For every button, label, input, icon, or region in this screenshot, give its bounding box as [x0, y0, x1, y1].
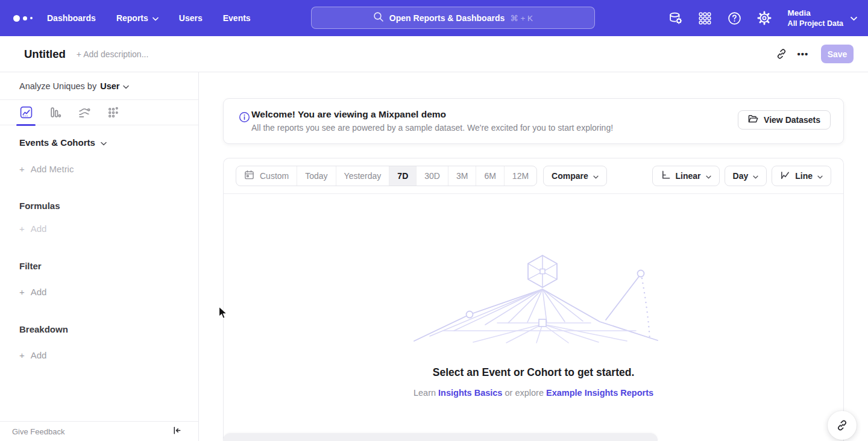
help-icon[interactable]	[728, 11, 742, 25]
range-yesterday[interactable]: Yesterday	[336, 166, 390, 186]
chart-display-controls: Linear Day Line	[652, 166, 831, 186]
save-button[interactable]: Save	[821, 45, 854, 63]
nav-right-cluster: Media All Project Data	[668, 0, 857, 36]
plus-icon: +	[19, 350, 25, 360]
report-controls: Custom Today Yesterday 7D 30D 3M 6M 12M …	[224, 158, 843, 194]
nav-item-events[interactable]: Events	[223, 13, 251, 23]
learn-prefix: Learn	[414, 388, 436, 398]
data-management-icon[interactable]	[668, 11, 683, 25]
banner-title: Welcome! You are viewing a Mixpanel demo	[251, 109, 446, 120]
analyze-value-dropdown[interactable]: User	[100, 81, 119, 91]
tab-bar-chart[interactable]	[48, 100, 61, 125]
tab-dots-grid[interactable]	[106, 100, 119, 125]
report-header-actions: ••• Save	[770, 43, 854, 65]
project-scope: All Project Data	[788, 19, 843, 28]
report-title[interactable]: Untitled	[24, 48, 66, 61]
project-switcher[interactable]: Media All Project Data	[788, 8, 857, 28]
chevron-down-icon	[123, 81, 129, 91]
range-custom[interactable]: Custom	[236, 166, 297, 186]
scale-dropdown[interactable]: Linear	[652, 166, 720, 186]
search-shortcut: ⌘ + K	[510, 13, 533, 23]
chevron-down-icon	[753, 171, 758, 181]
range-3m[interactable]: 3M	[448, 166, 476, 186]
chart-type-tabs	[0, 100, 198, 125]
add-metric-button[interactable]: + Add Metric	[19, 164, 179, 174]
add-breakdown-button[interactable]: + Add	[19, 350, 179, 360]
add-formula-button[interactable]: + Add	[19, 224, 179, 234]
view-datasets-button[interactable]: View Datasets	[738, 110, 831, 130]
chevron-down-icon	[101, 137, 107, 148]
collapse-sidebar-icon[interactable]	[172, 426, 181, 437]
mouse-cursor	[218, 306, 228, 322]
more-options-button[interactable]: •••	[792, 43, 814, 65]
search-placeholder: Open Reports & Dashboards	[389, 13, 505, 23]
chevron-down-icon	[706, 171, 711, 181]
bottom-drawer-handle[interactable]	[223, 433, 658, 441]
primary-nav: Dashboards Reports Users Events	[47, 13, 251, 23]
calendar-icon	[244, 170, 254, 182]
chart-type-dropdown[interactable]: Line	[772, 166, 831, 186]
welcome-banner: Welcome! You are viewing a Mixpanel demo…	[223, 98, 844, 144]
breakdown-label: Breakdown	[19, 324, 179, 334]
interval-dropdown[interactable]: Day	[725, 166, 767, 186]
empty-state-title: Select an Event or Cohort to get started…	[224, 366, 843, 379]
empty-state-links: Learn Insights Basics or explore Example…	[224, 388, 843, 398]
insights-basics-link[interactable]: Insights Basics	[438, 388, 502, 398]
chevron-down-icon	[593, 171, 599, 181]
banner-subtitle: All the reports you see are powered by a…	[251, 123, 613, 133]
date-range-segmented-control: Custom Today Yesterday 7D 30D 3M 6M 12M	[236, 166, 537, 186]
range-7d[interactable]: 7D	[389, 166, 417, 186]
insights-report-panel: Custom Today Yesterday 7D 30D 3M 6M 12M …	[223, 158, 844, 441]
analyze-uniques-row: Analyze Uniques by User	[0, 72, 198, 100]
ellipsis-icon: •••	[797, 49, 809, 59]
info-icon	[239, 111, 250, 125]
search-icon	[373, 11, 384, 25]
copy-link-button[interactable]	[770, 43, 792, 65]
linear-axis-icon	[661, 170, 671, 182]
range-12m[interactable]: 12M	[505, 166, 536, 186]
range-today[interactable]: Today	[297, 166, 336, 186]
project-name: Media	[788, 8, 843, 19]
add-filter-button[interactable]: + Add	[19, 287, 179, 297]
global-search[interactable]: Open Reports & Dashboards ⌘ + K	[311, 7, 595, 29]
range-30d[interactable]: 30D	[417, 166, 448, 186]
mixpanel-logo[interactable]	[13, 15, 33, 22]
share-link-fab[interactable]	[828, 411, 857, 440]
nav-item-reports[interactable]: Reports	[116, 13, 159, 23]
tab-insights-line[interactable]	[19, 100, 33, 125]
middle-text: or explore	[505, 388, 543, 398]
folder-icon	[748, 114, 758, 125]
range-6m[interactable]: 6M	[476, 166, 504, 186]
report-description-placeholder[interactable]: + Add description...	[77, 49, 148, 59]
nav-item-dashboards[interactable]: Dashboards	[47, 13, 96, 23]
give-feedback-link[interactable]: Give Feedback	[12, 427, 64, 436]
line-chart-icon	[780, 170, 790, 182]
nav-item-users[interactable]: Users	[179, 13, 203, 23]
sidebar-footer: Give Feedback	[0, 421, 198, 441]
query-sidebar: Analyze Uniques by User Events & Cohorts…	[0, 72, 199, 441]
analyze-label: Analyze Uniques by	[19, 81, 96, 91]
plus-icon: +	[19, 224, 25, 234]
compare-dropdown[interactable]: Compare	[543, 166, 607, 186]
top-nav: Dashboards Reports Users Events Open Rep…	[0, 0, 868, 36]
empty-state-illustration	[407, 252, 660, 343]
plus-icon: +	[19, 287, 25, 297]
events-cohorts-header[interactable]: Events & Cohorts	[19, 137, 179, 148]
example-reports-link[interactable]: Example Insights Reports	[546, 388, 653, 398]
tab-flow-chart[interactable]	[77, 100, 90, 125]
settings-gear-icon[interactable]	[757, 11, 772, 25]
empty-state: Select an Event or Cohort to get started…	[224, 252, 843, 398]
formulas-label: Formulas	[19, 201, 179, 211]
plus-icon: +	[19, 164, 25, 174]
report-header: Untitled + Add description... ••• Save	[0, 36, 868, 72]
filter-label: Filter	[19, 261, 179, 271]
apps-grid-icon[interactable]	[698, 11, 712, 25]
chevron-down-icon	[153, 13, 159, 23]
chevron-down-icon	[851, 13, 857, 23]
chevron-down-icon	[817, 171, 823, 181]
